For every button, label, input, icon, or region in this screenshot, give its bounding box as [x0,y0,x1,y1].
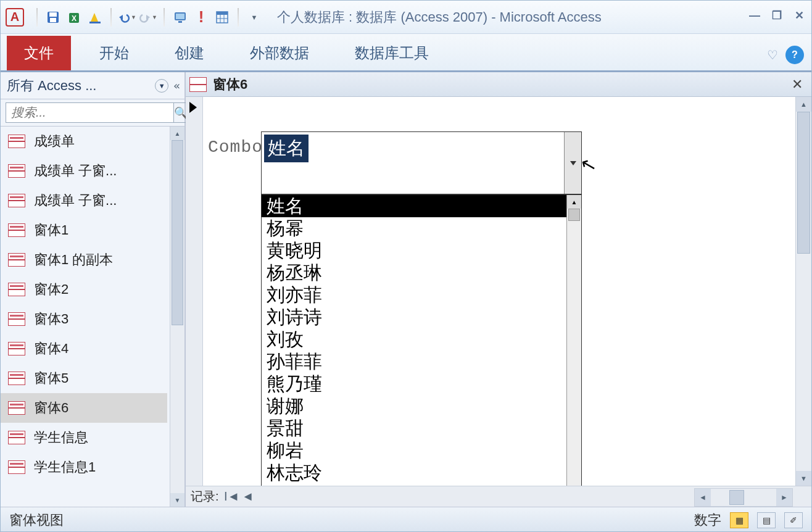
combo-box[interactable]: 姓名 [261,131,582,194]
svg-rect-6 [89,22,101,23]
nav-header[interactable]: 所有 Access ... ▼ « [1,72,184,99]
datasheet-icon[interactable] [213,8,231,27]
help-button[interactable]: ? [785,46,804,64]
combo-dropdown-button[interactable] [564,132,581,194]
prev-record-button[interactable]: ◄ [240,489,256,504]
status-view-label: 窗体视图 [9,511,64,530]
alert-icon[interactable]: ! [192,8,210,27]
nav-item[interactable]: 窗体3 [1,304,167,334]
dropdown-item[interactable]: 刘诗诗 [262,306,566,328]
datasheet-view-button[interactable]: ▤ [757,512,776,528]
dropdown-arrow-icon[interactable]: ▼ [152,14,157,20]
record-navigator: 记录: I◄ ◄ ◄ ► [186,486,811,507]
scroll-track[interactable] [711,489,776,506]
nav-item-label: 窗体1 的副本 [34,251,113,269]
scroll-down-icon[interactable]: ▼ [170,493,184,507]
scroll-down-icon[interactable]: ▼ [796,471,811,486]
form-view-button[interactable]: ▦ [730,512,748,528]
nav-item[interactable]: 窗体1 [1,215,167,245]
dropdown-item[interactable]: 孙菲菲 [262,351,566,373]
form-icon [8,253,25,267]
minimize-button[interactable]: — [747,8,762,23]
document-close-button[interactable]: ✕ [792,77,803,93]
form-icon [8,460,25,474]
excel-export-icon[interactable]: X [65,8,83,27]
undo-icon[interactable]: ▼ [118,8,136,27]
scroll-left-icon[interactable]: ◄ [695,489,711,506]
status-bar: 窗体视图 数字 ▦ ▤ ✐ [1,507,811,532]
nav-item[interactable]: 学生信息1 [1,452,167,482]
nav-search-input[interactable] [6,102,174,123]
nav-item[interactable]: 窗体5 [1,364,167,393]
record-selector[interactable] [186,97,203,507]
restore-button[interactable]: ❐ [769,8,784,23]
qat-customize-icon[interactable]: ▼ [245,8,263,27]
dropdown-item[interactable]: 柳岩 [262,439,566,462]
redo-icon[interactable]: ▼ [139,8,157,27]
scroll-thumb[interactable] [729,490,744,505]
form-icon [8,401,25,415]
document-vertical-scrollbar[interactable]: ▲ ▼ [795,97,811,486]
nav-item[interactable]: 窗体6 [1,393,167,423]
nav-item[interactable]: 窗体1 的副本 [1,245,167,275]
horizontal-scrollbar[interactable]: ◄ ► [694,488,793,507]
nav-item-label: 学生信息 [34,428,88,447]
nav-item[interactable]: 成绩单 子窗... [1,156,167,186]
scroll-thumb[interactable] [172,140,183,325]
close-button[interactable]: ✕ [792,8,806,23]
nav-list: 成绩单成绩单 子窗...成绩单 子窗...窗体1窗体1 的副本窗体2窗体3窗体4… [1,127,184,507]
tab-external-data[interactable]: 外部数据 [233,36,326,70]
nav-header-dropdown-icon[interactable]: ▼ [155,79,168,93]
nav-scrollbar[interactable]: ▲ ▼ [170,127,184,507]
scroll-right-icon[interactable]: ► [776,489,792,506]
dropdown-item[interactable]: 景甜 [262,417,566,439]
form-icon [8,135,25,148]
dropdown-scrollbar[interactable]: ▲ ▼ [566,195,581,506]
dropdown-item[interactable]: 熊乃瑾 [262,373,566,395]
dropdown-item[interactable]: 姓名 [262,195,566,217]
scroll-up-icon[interactable]: ▲ [796,97,811,112]
dropdown-item[interactable]: 杨丞琳 [262,262,566,284]
dropdown-item[interactable]: 刘孜 [262,328,566,351]
scroll-up-icon[interactable]: ▲ [170,127,184,140]
heart-icon[interactable]: ♡ [767,48,778,62]
svg-rect-10 [176,14,184,19]
nav-item[interactable]: 窗体4 [1,334,167,364]
app-icon[interactable]: A [6,8,24,27]
dropdown-arrow-icon[interactable]: ▼ [131,14,136,20]
dropdown-item[interactable]: 刘亦菲 [262,284,566,306]
nav-item[interactable]: 窗体2 [1,275,167,304]
form-body[interactable]: Combo 姓名 ↖ 姓名杨幂黄晓明杨丞琳刘亦菲刘诗诗刘孜孙菲菲熊乃瑾谢娜景甜柳… [186,97,811,507]
highlight-icon[interactable] [86,8,104,27]
scroll-thumb[interactable] [797,112,810,254]
document-tab-label[interactable]: 窗体6 [213,75,247,94]
nav-item[interactable]: 学生信息 [1,423,167,452]
record-nav-label: 记录: [191,488,219,505]
scroll-thumb[interactable] [568,209,580,221]
title-bar: A X ▼ ▼ ! ▼ 个人数据库 : 数据库 (Access 2007) - … [1,1,811,34]
dropdown-item[interactable]: 谢娜 [262,395,566,417]
first-record-button[interactable]: I◄ [224,489,240,504]
scroll-up-icon[interactable]: ▲ [567,195,581,209]
combo-dropdown-list[interactable]: 姓名杨幂黄晓明杨丞琳刘亦菲刘诗诗刘孜孙菲菲熊乃瑾谢娜景甜柳岩林志玲弦子 ▲ ▼ [261,194,582,507]
tab-database-tools[interactable]: 数据库工具 [338,36,446,70]
nav-item-label: 学生信息1 [34,458,96,476]
dropdown-item[interactable]: 林志玲 [262,462,566,484]
screen-icon[interactable] [171,8,189,27]
nav-item-label: 窗体2 [34,280,68,299]
nav-item[interactable]: 成绩单 子窗... [1,186,167,215]
nav-item[interactable]: 成绩单 [1,127,167,156]
tab-file[interactable]: 文件 [7,36,71,70]
design-view-button[interactable]: ✐ [784,512,803,528]
save-icon[interactable] [44,8,62,27]
tab-create[interactable]: 创建 [157,36,222,70]
tab-home[interactable]: 开始 [82,36,146,70]
dropdown-item[interactable]: 杨幂 [262,217,566,239]
dropdown-item[interactable]: 黄晓明 [262,239,566,262]
svg-rect-11 [178,21,182,23]
form-icon [8,164,25,178]
nav-collapse-button[interactable]: « [173,79,178,92]
nav-item-label: 成绩单 [34,132,75,151]
qat-separator [238,8,239,27]
nav-item-label: 窗体1 [34,221,68,239]
